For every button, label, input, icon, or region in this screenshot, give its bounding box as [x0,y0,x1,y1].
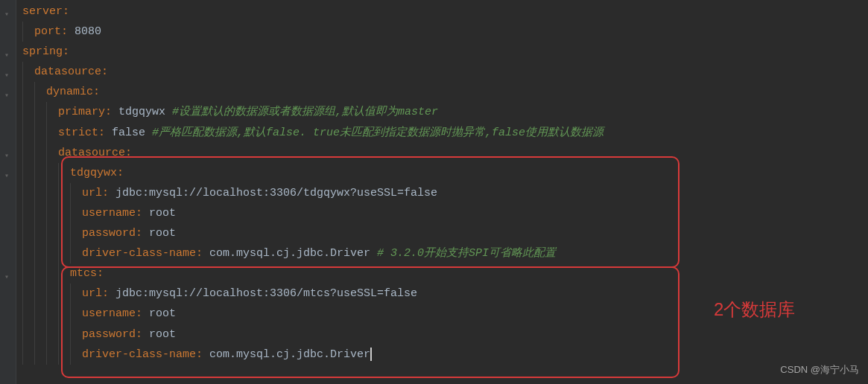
yaml-line: primary: tdgqywx #设置默认的数据源或者数据源组,默认值即为ma… [16,102,868,122]
watermark-label: CSDN @海宁小马 [780,359,859,380]
yaml-line: url: jdbc:mysql://localhost:3306/tdgqywx… [16,183,868,203]
fold-marker-icon[interactable]: ▾ [4,4,9,25]
yaml-line: password: root [16,324,868,345]
fold-marker-icon[interactable]: ▾ [4,166,9,186]
yaml-line: driver-class-name: com.mysql.cj.jdbc.Dri… [16,243,868,263]
yaml-line: server: [16,1,868,22]
fold-marker-icon[interactable]: ▾ [4,65,9,86]
yaml-line: datasource: [16,62,868,82]
yaml-line: port: 8080 [16,22,868,42]
fold-marker-icon[interactable]: ▾ [4,45,9,65]
yaml-line: driver-class-name: com.mysql.cj.jdbc.Dri… [16,345,868,365]
yaml-line: datasource: [16,143,868,163]
yaml-line: tdgqywx: [16,163,868,183]
fold-marker-icon[interactable]: ▾ [4,146,9,166]
yaml-line: password: root [16,223,868,243]
annotation-label: 2个数据库 [714,299,795,319]
text-cursor [370,348,372,361]
yaml-line: dynamic: [16,82,868,102]
yaml-line: spring: [16,42,868,62]
fold-marker-icon[interactable]: ▾ [4,86,9,106]
editor-gutter: ▾ ▾ ▾ ▾ ▾ ▾ ▾ [0,0,16,384]
yaml-line: strict: false #严格匹配数据源,默认false. true未匹配到… [16,123,868,143]
yaml-line: username: root [16,203,868,223]
fold-marker-icon[interactable]: ▾ [4,267,9,287]
yaml-line: mtcs: [16,263,868,284]
